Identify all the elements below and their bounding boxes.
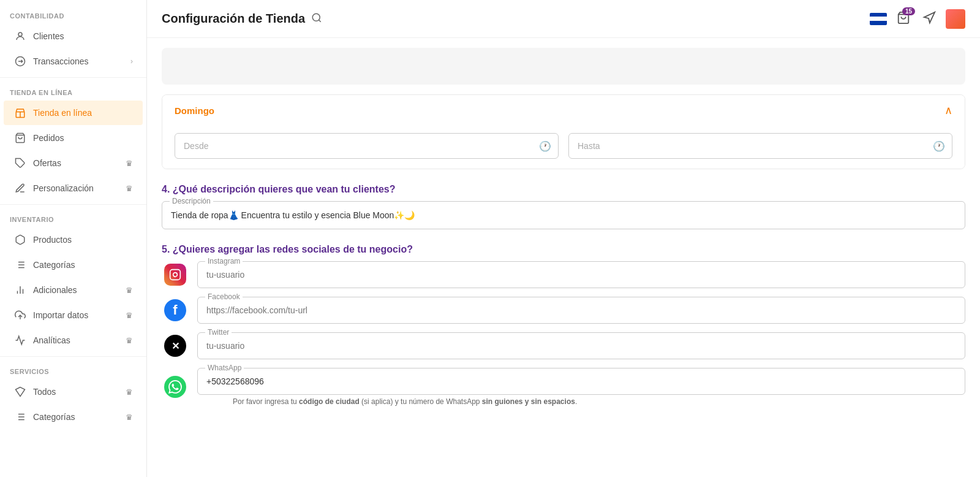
sidebar-section-servicios: SERVICIOS: [0, 361, 146, 379]
sidebar-item-importar[interactable]: Importar datos ♛: [4, 303, 143, 327]
sidebar-section-tienda: TIENDA EN LÍNEA: [0, 82, 146, 100]
chart-icon: [13, 283, 27, 297]
sidebar-item-personalizacion-label: Personalización: [33, 183, 94, 193]
topbar-right: 15: [870, 9, 965, 29]
sidebar-item-todos-label: Todos: [33, 387, 56, 397]
flag-icon: [870, 13, 887, 25]
whatsapp-input[interactable]: [198, 368, 965, 394]
topbar: Configuración de Tienda 15: [147, 0, 980, 38]
section5-heading: 5. ¿Quieres agregar las redes sociales d…: [162, 244, 965, 255]
sidebar-item-todos[interactable]: Todos ♛: [4, 380, 143, 404]
sidebar-item-productos[interactable]: Productos: [4, 227, 143, 252]
sidebar-item-analiticas-label: Analíticas: [33, 335, 70, 345]
svg-line-23: [319, 20, 321, 21]
main-content: Configuración de Tienda 15: [147, 0, 980, 477]
sunday-section: Domingo ∧ 🕐 🕐: [162, 94, 965, 169]
sidebar-item-personalizacion[interactable]: Personalización ♛: [4, 176, 143, 200]
sidebar-item-ofertas[interactable]: Ofertas ♛: [4, 151, 143, 175]
clock-desde-icon: 🕐: [539, 140, 551, 152]
whatsapp-field: WhatsApp: [197, 368, 965, 395]
sidebar-item-pedidos[interactable]: Pedidos: [4, 126, 143, 150]
facebook-icon: f: [164, 299, 186, 321]
description-input[interactable]: [162, 202, 965, 229]
instagram-icon: [164, 264, 186, 286]
description-field-container: Descripción: [162, 201, 965, 229]
facebook-label: Facebook: [205, 292, 243, 301]
sidebar: CONTABILIDAD Clientes Transacciones › TI…: [0, 0, 147, 477]
time-inputs: 🕐 🕐: [162, 126, 965, 169]
diamond-icon: [13, 385, 27, 399]
desde-input[interactable]: [175, 133, 559, 159]
content-area: Domingo ∧ 🕐 🕐 4. ¿Qué descripción quiere…: [147, 48, 980, 439]
crown-icon-7: ♛: [126, 413, 133, 422]
notification-badge: 15: [902, 7, 915, 15]
sidebar-item-adicionales[interactable]: Adicionales ♛: [4, 278, 143, 302]
sunday-title: Domingo: [175, 105, 214, 116]
sidebar-item-importar-label: Importar datos: [33, 310, 88, 320]
twitter-icon-wrap: ✕: [162, 332, 189, 359]
twitter-input[interactable]: [198, 333, 965, 359]
sidebar-item-transacciones-label: Transacciones: [33, 56, 89, 66]
instagram-input[interactable]: [198, 262, 965, 288]
sidebar-item-tienda[interactable]: Tienda en línea: [4, 101, 143, 125]
sidebar-item-clientes[interactable]: Clientes: [4, 24, 143, 48]
instagram-label: Instagram: [205, 257, 243, 265]
facebook-input[interactable]: [198, 297, 965, 323]
analytics-icon: [13, 334, 27, 347]
list2-icon: [13, 410, 27, 424]
description-label: Descripción: [170, 197, 213, 205]
instagram-row: Instagram: [162, 261, 965, 288]
instagram-field: Instagram: [197, 261, 965, 288]
chevron-right-icon: ›: [130, 57, 133, 66]
whatsapp-icon: [164, 376, 186, 398]
section4-heading: 4. ¿Qué descripción quieres que vean tu …: [162, 184, 965, 195]
crown-icon: ♛: [126, 159, 133, 168]
sunday-header[interactable]: Domingo ∧: [162, 95, 965, 126]
instagram-icon-wrap: [162, 261, 189, 288]
sidebar-item-categorias-serv[interactable]: Categorías ♛: [4, 405, 143, 429]
sidebar-section-contabilidad: CONTABILIDAD: [0, 5, 146, 23]
clock-hasta-icon: 🕐: [933, 140, 945, 152]
crown-icon-2: ♛: [126, 184, 133, 193]
hasta-input[interactable]: [568, 133, 952, 159]
twitter-label: Twitter: [205, 328, 232, 337]
store-icon: [13, 106, 27, 120]
x-twitter-icon: ✕: [164, 335, 186, 357]
sidebar-item-ofertas-label: Ofertas: [33, 158, 61, 168]
sidebar-item-categorias[interactable]: Categorías: [4, 253, 143, 277]
sidebar-item-analiticas[interactable]: Analíticas ♛: [4, 328, 143, 353]
whatsapp-row: WhatsApp Por favor ingresa tu código de …: [162, 368, 965, 406]
sidebar-item-categorias-serv-label: Categorías: [33, 412, 75, 422]
crown-icon-5: ♛: [126, 336, 133, 345]
whatsapp-note: Por favor ingresa tu código de ciudad (s…: [233, 397, 965, 406]
sidebar-item-transacciones[interactable]: Transacciones ›: [4, 49, 143, 74]
crown-icon-3: ♛: [126, 286, 133, 295]
svg-rect-25: [170, 270, 181, 280]
svg-marker-15: [16, 387, 25, 397]
tag-icon: [13, 156, 27, 170]
megaphone-button[interactable]: [920, 9, 938, 29]
whatsapp-note-bold2: sin guiones y sin espacios: [482, 397, 575, 406]
whatsapp-note-text2: (si aplica) y tu número de WhatsApp: [360, 397, 482, 406]
svg-point-0: [18, 32, 22, 36]
crown-icon-4: ♛: [126, 311, 133, 320]
hasta-field: 🕐: [568, 133, 952, 159]
list-icon: [13, 258, 27, 272]
svg-point-22: [312, 13, 320, 21]
facebook-field: Facebook: [197, 297, 965, 324]
chevron-up-icon: ∧: [944, 104, 952, 117]
user-avatar[interactable]: [946, 9, 965, 29]
twitter-row: ✕ Twitter: [162, 332, 965, 359]
store-button[interactable]: 15: [894, 9, 913, 29]
page-title: Configuración de Tienda: [162, 12, 305, 26]
sidebar-item-adicionales-label: Adicionales: [33, 285, 77, 295]
sidebar-item-categorias-label: Categorías: [33, 260, 75, 270]
crown-icon-6: ♛: [126, 387, 133, 397]
sidebar-item-clientes-label: Clientes: [33, 31, 64, 41]
person-icon: [13, 29, 27, 43]
facebook-row: f Facebook: [162, 297, 965, 324]
collapsed-section-bar: [162, 48, 965, 85]
search-icon[interactable]: [311, 12, 322, 26]
twitter-field: Twitter: [197, 332, 965, 359]
swap-icon: [13, 55, 27, 68]
